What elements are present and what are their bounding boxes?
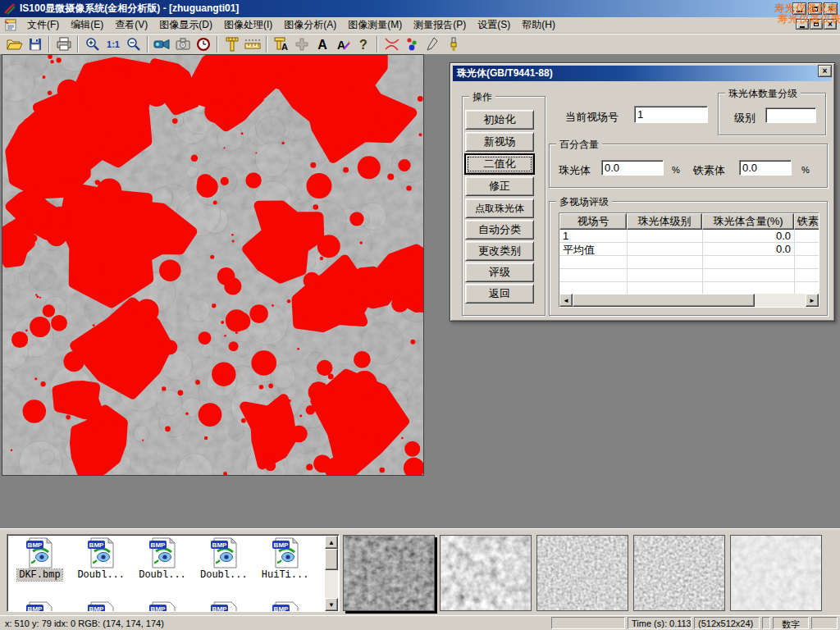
thumbnail-4[interactable] [633, 535, 725, 611]
curve-tool-icon[interactable] [381, 35, 402, 53]
toolbar-separator [147, 36, 148, 52]
bmp-file-icon: BMP [148, 537, 176, 568]
file-item[interactable]: BMP HuiTi... [254, 537, 316, 581]
toolbar: 1:1 A A A ? [0, 34, 840, 55]
initialize-button[interactable]: 初始化 [465, 110, 534, 130]
thumbnail-3[interactable] [536, 535, 628, 611]
menu-image-measure[interactable]: 图像测量(M) [342, 16, 408, 34]
file-name[interactable]: Doubl... [75, 569, 126, 581]
file-name[interactable]: Doubl... [199, 569, 249, 581]
zoom-out-icon[interactable] [123, 35, 144, 53]
scroll-right-arrow[interactable]: ► [806, 294, 819, 307]
file-row-2: BMP BMP BMP BMP BMP [9, 601, 316, 612]
file-vertical-scrollbar[interactable]: ▲ ▼ [325, 536, 338, 611]
text-annotation-icon[interactable]: A [312, 35, 332, 53]
caliper-measure-icon[interactable] [221, 35, 242, 53]
dialog-title-bar[interactable]: 珠光体(GB/T9441-88) [453, 66, 832, 81]
file-name[interactable]: DKF.bmp [17, 569, 62, 581]
dialog-close-button[interactable]: × [818, 65, 832, 77]
video-capture-icon[interactable] [152, 35, 172, 53]
pick-pearlite-button[interactable]: 点取珠光体 [465, 199, 534, 218]
binarize-button[interactable]: 二值化 [465, 154, 534, 174]
camera-capture-icon[interactable] [172, 35, 193, 53]
table-horizontal-scrollbar[interactable]: ◄ ► [559, 294, 819, 307]
toolbar-separator [266, 36, 267, 52]
row1-field: 1 [563, 230, 568, 242]
table-body[interactable]: 1 0.0 平均值 0.0 [559, 230, 819, 295]
metallographic-image-binarized[interactable] [2, 54, 424, 476]
svg-text:BMP: BMP [89, 541, 104, 549]
ferrite-percent-input[interactable] [739, 160, 792, 176]
change-class-button[interactable]: 更改类别 [465, 241, 534, 261]
scroll-thumb[interactable] [573, 294, 755, 307]
file-item[interactable]: BMP Doubl... [71, 537, 132, 581]
save-icon[interactable] [25, 35, 45, 53]
return-button[interactable]: 返回 [465, 284, 534, 304]
col-pearlite-level[interactable]: 珠光体级别 [627, 213, 702, 230]
file-browser[interactable]: BMP DKF.bmp BMP Doubl... BMP Doubl... [7, 534, 340, 612]
bmp-file-icon: BMP [272, 601, 299, 612]
table-header-row: 视场号 珠光体级别 珠光体含量(%) 铁素体 [559, 213, 819, 230]
zoom-in-icon[interactable] [82, 35, 103, 53]
window-title: IS100显微摄像系统(金相分析版) - [zhuguangti01] [20, 2, 239, 16]
measure-label-icon[interactable]: A [271, 35, 291, 53]
file-name[interactable]: Doubl... [137, 569, 188, 581]
thumbnail-2[interactable] [440, 535, 532, 611]
scroll-thumb[interactable] [325, 549, 338, 570]
title-bar: IS100显微摄像系统(金相分析版) - [zhuguangti01] × [0, 0, 840, 17]
file-item[interactable]: BMP DKF.bmp [9, 537, 71, 581]
menu-bar: 文件(F) 编辑(E) 查看(V) 图像显示(D) 图像处理(I) 图像分析(A… [0, 17, 840, 34]
file-item[interactable]: BMP Doubl... [132, 537, 194, 581]
correct-button[interactable]: 修正 [465, 176, 534, 196]
grading-group-label: 珠光体数量分级 [725, 87, 801, 101]
file-name[interactable]: HuiTi... [260, 569, 311, 581]
print-icon[interactable] [53, 35, 74, 53]
menu-file[interactable]: 文件(F) [21, 16, 65, 34]
pearlite-percent-input[interactable] [601, 160, 664, 176]
menu-settings[interactable]: 设置(S) [472, 16, 516, 34]
pearlite-dialog: 珠光体(GB/T9441-88) × 操作 初始化 新视场 二值化 修正 点取珠… [450, 62, 835, 322]
ruler-measure-icon[interactable] [242, 35, 262, 53]
help-icon[interactable]: ? [353, 35, 373, 53]
app-logo-icon [3, 2, 16, 16]
multi-field-table[interactable]: 视场号 珠光体级别 珠光体含量(%) 铁素体 1 0.0 平均值 0.0 ◄ ► [559, 212, 819, 308]
toolbar-separator [377, 36, 378, 52]
svg-text:BMP: BMP [89, 605, 104, 612]
scroll-down-arrow[interactable]: ▼ [325, 598, 338, 611]
menu-help[interactable]: 帮助(H) [516, 16, 561, 34]
menu-image-display[interactable]: 图像显示(D) [153, 16, 218, 34]
operation-group-label: 操作 [469, 90, 495, 104]
bmp-file-icon: BMP [25, 601, 53, 612]
auto-classify-button[interactable]: 自动分类 [465, 220, 534, 240]
menu-measure-report[interactable]: 测量报告(P) [408, 16, 472, 34]
multi-field-group-label: 多视场评级 [556, 195, 612, 209]
scroll-left-arrow[interactable]: ◄ [559, 294, 573, 307]
menu-edit[interactable]: 编辑(E) [65, 16, 109, 34]
col-ferrite[interactable]: 铁素体 [794, 213, 819, 230]
col-pearlite-pct[interactable]: 珠光体含量(%) [702, 213, 794, 230]
level-label: 级别 [734, 111, 756, 126]
menu-image-analysis[interactable]: 图像分析(A) [278, 16, 342, 34]
thumbnail-5[interactable] [730, 535, 822, 611]
actual-size-icon[interactable]: 1:1 [103, 35, 123, 53]
svg-text:?: ? [359, 38, 368, 52]
open-file-icon[interactable] [4, 35, 25, 53]
thumbnail-1[interactable] [343, 535, 435, 611]
draw-pen-icon[interactable] [422, 35, 443, 53]
phase-classify-icon[interactable] [402, 35, 422, 53]
scroll-up-arrow[interactable]: ▲ [325, 536, 338, 549]
level-input[interactable] [765, 107, 816, 123]
menu-image-process[interactable]: 图像处理(I) [218, 16, 278, 34]
col-field-number[interactable]: 视场号 [559, 213, 627, 230]
menu-view[interactable]: 查看(V) [109, 16, 153, 34]
grid-cross-icon[interactable] [291, 35, 312, 53]
toolbar-separator [77, 36, 79, 52]
timer-clock-icon[interactable] [193, 35, 213, 53]
edit-annotation-icon[interactable]: A [332, 35, 353, 53]
current-field-label: 当前视场号 [565, 110, 619, 125]
current-field-input[interactable] [634, 106, 708, 123]
grade-button[interactable]: 评级 [465, 262, 534, 282]
fill-brush-icon[interactable] [443, 35, 463, 53]
new-field-button[interactable]: 新视场 [465, 132, 534, 152]
file-item[interactable]: BMP Doubl... [193, 537, 254, 581]
